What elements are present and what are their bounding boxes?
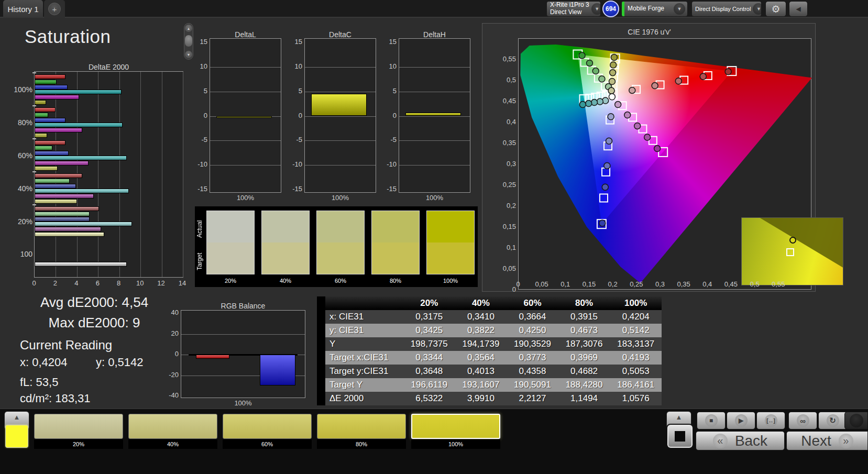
cie-x-tick: 0,3 bbox=[652, 280, 668, 288]
actual-swatch bbox=[372, 211, 419, 242]
add-tab-button[interactable]: + bbox=[44, 0, 65, 18]
cie-y-tick: 0,45 bbox=[493, 97, 516, 105]
tab-history-1[interactable]: History 1 bbox=[3, 0, 43, 18]
table-header-60%: 60% bbox=[507, 296, 558, 310]
y-category-label: 100% bbox=[10, 85, 32, 94]
de-bar-green bbox=[35, 212, 90, 216]
de-bar-yellow bbox=[35, 166, 58, 171]
cie-y-tick: 0,1 bbox=[493, 244, 516, 251]
y-tick-label: -10 bbox=[191, 160, 207, 168]
target-swatch bbox=[427, 242, 474, 274]
swatch-row-label: Target bbox=[196, 246, 204, 277]
meter-reading-badge[interactable]: 694 bbox=[602, 1, 619, 17]
table-row[interactable]: ΔE 20006,53223,99102,21271,14941,0576 bbox=[317, 392, 662, 405]
gridline bbox=[399, 140, 470, 141]
patch-swatch-20%[interactable] bbox=[34, 414, 123, 439]
de-bar-yellow bbox=[35, 100, 46, 105]
measured-circle-icon bbox=[597, 98, 603, 105]
de-bar-magenta bbox=[35, 227, 101, 232]
y-tick-label: -15 bbox=[191, 185, 207, 193]
row-value: 0,3410 bbox=[455, 310, 507, 324]
y-tick-label: -5 bbox=[285, 136, 302, 144]
chevron-up-icon: ▲ bbox=[14, 413, 20, 421]
collapse-panel-button[interactable]: ◀ bbox=[789, 1, 808, 17]
row-value: 190,5091 bbox=[507, 378, 558, 392]
table-row[interactable]: y: CIE310,34250,38220,42500,46730,5142 bbox=[317, 324, 662, 337]
stop-icon bbox=[675, 431, 685, 442]
y-tick-label: -10 bbox=[285, 160, 302, 168]
measured-circle-icon bbox=[610, 70, 616, 76]
stop-button[interactable]: ■ bbox=[697, 412, 726, 429]
patch-swatch-80%[interactable] bbox=[317, 414, 406, 439]
row-value: 2,2127 bbox=[507, 392, 558, 405]
current-patch-swatch[interactable] bbox=[5, 425, 28, 448]
meter-selector[interactable]: X-Rite i1Pro 3 Direct View ▼ bbox=[546, 1, 601, 17]
y-tick-label: -40 bbox=[160, 391, 179, 399]
measured-circle-icon bbox=[609, 78, 615, 84]
cie-y-tick: 0,4 bbox=[493, 118, 516, 126]
patch-swatch-100%[interactable] bbox=[411, 414, 500, 439]
row-value: 0,4682 bbox=[558, 365, 610, 378]
stop-pattern-button[interactable] bbox=[666, 424, 694, 449]
de-bar-yellow bbox=[35, 232, 104, 237]
rgb-x-label: 100% bbox=[181, 399, 305, 407]
table-row[interactable]: x: CIE310,31750,34100,36640,39150,4204 bbox=[317, 310, 662, 324]
cie-y-tick: 0,3 bbox=[493, 160, 516, 168]
y-category-label: 100 bbox=[10, 250, 32, 258]
chevron-down-icon: ▼ bbox=[753, 3, 762, 15]
gridline bbox=[98, 72, 98, 277]
back-button[interactable]: « Back bbox=[696, 431, 785, 450]
gridline bbox=[305, 92, 376, 92]
page-title: Saturation bbox=[25, 26, 111, 47]
de-bar-cyan bbox=[35, 123, 123, 127]
de-bar-cyan bbox=[35, 156, 127, 160]
de-bar-magenta bbox=[35, 194, 94, 199]
gear-icon: ⚙ bbox=[771, 3, 780, 15]
scroll-down-icon[interactable]: ▼ bbox=[185, 51, 192, 58]
continuous-icon: ∞ bbox=[797, 414, 809, 427]
table-row[interactable]: Target x:CIE310,33440,35640,37730,39690,… bbox=[317, 351, 662, 365]
display-control-selector[interactable]: Direct Display Control ▼ bbox=[691, 1, 762, 17]
x-tick-label: 2 bbox=[50, 279, 60, 287]
loop-range-button[interactable]: [↔] bbox=[756, 412, 785, 429]
row-value: 6,5322 bbox=[403, 392, 455, 405]
reading-x: x: 0,4204 bbox=[20, 356, 68, 369]
target-swatch bbox=[262, 242, 309, 274]
reading-y: y: 0,5142 bbox=[96, 356, 144, 369]
row-value: 0,3425 bbox=[403, 324, 455, 337]
display-control-name: Direct Display Control bbox=[695, 6, 751, 13]
actual-swatch bbox=[207, 211, 254, 242]
row-label: Target y:CIE31 bbox=[317, 365, 403, 378]
source-selector[interactable]: Mobile Forge ▼ bbox=[621, 1, 688, 17]
target-swatch bbox=[372, 242, 419, 274]
scroll-up-icon[interactable]: ▲ bbox=[185, 25, 192, 32]
patch-swatch-40%[interactable] bbox=[128, 414, 217, 439]
y-category-label: 20% bbox=[10, 217, 32, 226]
patch-swatch-60%[interactable] bbox=[223, 414, 312, 439]
chevron-double-right-icon: » bbox=[839, 434, 853, 448]
cie-y-tick: 0,35 bbox=[493, 139, 516, 147]
continuous-button[interactable]: ∞ bbox=[788, 412, 817, 429]
measured-circle-icon bbox=[586, 60, 592, 66]
settings-button[interactable]: ⚙ bbox=[765, 1, 786, 17]
repeat-button[interactable]: ↻ bbox=[818, 412, 847, 429]
row-value: 188,4280 bbox=[558, 378, 610, 392]
deltaH-bar bbox=[405, 113, 461, 116]
row-label: ΔE 2000 bbox=[317, 392, 403, 405]
table-row[interactable]: Target y:CIE310,36480,40130,43580,46820,… bbox=[317, 365, 662, 378]
target-square-icon bbox=[600, 194, 608, 202]
de-bar-magenta bbox=[35, 128, 82, 133]
gridline bbox=[399, 67, 470, 68]
next-button[interactable]: Next » bbox=[786, 431, 868, 450]
x-tick-label: 6 bbox=[92, 279, 103, 287]
de-bar-green bbox=[35, 80, 57, 84]
measured-circle-icon bbox=[592, 68, 599, 74]
record-indicator-button[interactable] bbox=[844, 412, 868, 429]
table-row[interactable]: Y198,7375194,1739190,3529187,3076183,313… bbox=[317, 337, 662, 351]
table-row[interactable]: Target Y196,6119193,1607190,5091188,4280… bbox=[317, 378, 662, 392]
row-value: 0,4193 bbox=[610, 351, 662, 365]
play-button[interactable]: ▶ bbox=[727, 412, 755, 429]
deltaC-title: DeltaC bbox=[304, 30, 376, 39]
table-header-blank bbox=[317, 296, 403, 310]
cie-x-tick: 0,5 bbox=[746, 280, 763, 288]
